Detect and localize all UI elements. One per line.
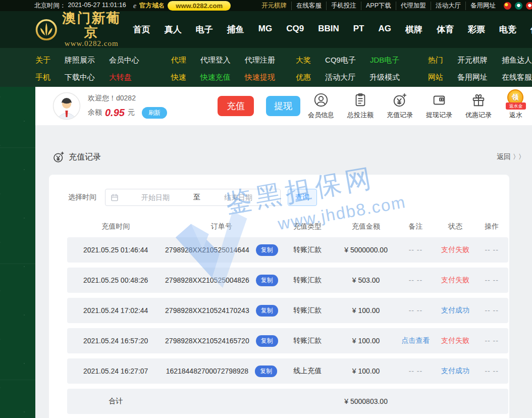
user-bar: 欢迎您！d0282 余额 0.95 元 刷新 充值 提现 会员信息 — [35, 87, 532, 125]
china-flag-icon[interactable] — [504, 2, 511, 10]
subnav-link[interactable]: 牌照展示 — [65, 55, 95, 65]
withdraw-button[interactable]: 提现 — [266, 96, 300, 116]
cell-recharge-type: 转账汇款 — [279, 336, 337, 345]
date-filter-row: 选择时间 至 查询 — [68, 189, 509, 206]
nav-link[interactable]: 真人 — [165, 24, 182, 35]
order-number: 2798928XX210525014644 — [165, 246, 249, 254]
deposit-button[interactable]: 充值 — [218, 96, 254, 116]
copy-button[interactable]: 复制 — [256, 335, 278, 347]
nav-link[interactable]: PT — [353, 24, 364, 35]
recharge-table-body: 2021.05.25 01:46:44 2798928XX21052501464… — [49, 237, 509, 384]
subnav-link[interactable]: 大转盘 — [109, 72, 132, 82]
total-amount: ¥ 5000803.00 — [336, 397, 396, 405]
end-date-input[interactable] — [201, 193, 275, 202]
topbar-link[interactable]: 开元棋牌 — [257, 2, 291, 10]
site-logo[interactable]: 澳门新葡京 www.0282.com — [35, 11, 121, 48]
cell-action: -- -- — [475, 306, 508, 315]
subnav-link[interactable]: 开元棋牌 — [457, 55, 488, 65]
topbar-link[interactable]: 在线客服 — [291, 2, 326, 10]
table-row: 2021.05.25 00:48:26 2798928XX21052500482… — [67, 268, 508, 293]
nav-link[interactable]: BBIN — [318, 24, 339, 35]
withdraw-record-link[interactable]: 提现记录 — [426, 92, 452, 120]
subnav-link[interactable]: 代理注册 — [245, 55, 275, 65]
logo-domain: www.0282.com — [62, 39, 121, 48]
deposit-record-link[interactable]: 充值记录 — [387, 92, 413, 120]
topbar-link[interactable]: 手机投注 — [326, 2, 361, 10]
main-nav: 澳门新葡京 www.0282.com 首页真人电子捕鱼MGCQ9BBINPTAG… — [0, 11, 532, 48]
back-link[interactable]: 返回 〉〉 — [497, 152, 524, 162]
topbar-link[interactable]: 代理加盟 — [396, 2, 431, 10]
cell-status: 支付失败 — [436, 245, 475, 254]
cell-recharge-amount: ¥ 5000000.00 — [336, 246, 396, 254]
topbar-link[interactable]: APP下载 — [361, 2, 396, 10]
total-bets-icon — [353, 92, 368, 108]
member-info-link[interactable]: 会员信息 — [308, 92, 334, 120]
nav-link[interactable]: 首页 — [133, 24, 150, 35]
subnav-link[interactable]: 升级模式 — [369, 72, 400, 82]
subnav-link[interactable]: 活动大厅 — [325, 72, 355, 82]
promo-record-icon — [471, 92, 486, 108]
subnav-link[interactable]: 会员中心 — [109, 55, 139, 65]
subnav-category-label: 关于 — [35, 55, 50, 65]
topbar-link[interactable]: 备用网址 — [465, 2, 500, 10]
member-icon — [313, 92, 329, 108]
nav-link[interactable]: AG — [379, 24, 392, 35]
macau-flag-icon[interactable] — [515, 2, 522, 10]
table-row: 2021.05.24 17:02:44 2798928XX21052417024… — [67, 298, 508, 323]
nav-link[interactable]: 彩票 — [468, 24, 485, 35]
copy-button[interactable]: 复制 — [255, 365, 277, 377]
rebate-coin-icon: 领 返水金 — [505, 89, 527, 108]
welcome-text: 欢迎您！d0282 — [88, 94, 167, 103]
column-header: 充值金额 — [336, 222, 396, 231]
cell-order-number: 2798928XX210524165720 复制 — [164, 335, 279, 347]
promo-record-link[interactable]: 优惠记录 — [465, 92, 492, 120]
logo-title: 澳门新葡京 — [62, 11, 121, 39]
cell-recharge-type: 线上充值 — [279, 367, 337, 376]
subnav-link[interactable]: CQ9电子 — [325, 55, 356, 65]
date-range-picker[interactable]: 至 — [105, 189, 281, 206]
subnav-link[interactable]: 快速充值 — [200, 72, 231, 82]
flag-icon-partial[interactable] — [526, 2, 532, 10]
column-header: 备注 — [396, 222, 436, 231]
subnav-category-label: 快速 — [171, 72, 186, 82]
start-date-input[interactable] — [119, 193, 192, 202]
recharge-table-header: 充值时间订单号充值类型充值金额备注状态操作 — [67, 216, 508, 237]
cell-recharge-amount: ¥ 100.00 — [336, 306, 396, 315]
recharge-record-card: 选择时间 至 查询 充值时间订单号充值类型充值金额备注状态操作 2021.05.… — [49, 175, 509, 418]
topbar-links: 开元棋牌在线客服手机投注APP下载代理加盟活动大厅备用网址 — [257, 2, 500, 10]
subnav-link[interactable]: 代理登入 — [200, 55, 231, 65]
copy-button[interactable]: 复制 — [256, 305, 278, 317]
subnav-link[interactable]: 捕鱼达人 — [502, 55, 532, 65]
official-domain-pill[interactable]: www.0282.com — [168, 1, 231, 11]
nav-link[interactable]: 棋牌 — [405, 24, 422, 35]
cell-note[interactable]: 点击查看 — [396, 336, 436, 345]
search-button[interactable]: 查询 — [288, 189, 317, 206]
rebate-link[interactable]: 领 返水金 返水 — [505, 93, 527, 120]
subnav-link[interactable]: JDB电子 — [370, 55, 399, 65]
date-to-label: 至 — [192, 193, 201, 202]
cell-order-number: 2798928XX210525014644 复制 — [164, 244, 279, 256]
order-number: 2798928XX210524165720 — [165, 337, 249, 345]
nav-link[interactable]: 电子 — [196, 24, 213, 35]
subnav-link[interactable]: 快速提现 — [245, 72, 275, 82]
copy-button[interactable]: 复制 — [256, 275, 278, 286]
topbar-link[interactable]: 活动大厅 — [431, 2, 465, 10]
deposit-record-icon — [392, 92, 407, 108]
subnav-category-label: 网站 — [428, 72, 443, 82]
nav-link[interactable]: 体育 — [437, 24, 454, 35]
subnav-link[interactable]: 下载中心 — [65, 72, 95, 82]
rebate-badge: 返水金 — [506, 102, 526, 110]
copy-button[interactable]: 复制 — [256, 244, 278, 256]
cell-order-number: 2798928XX210524170243 复制 — [164, 305, 279, 317]
refresh-balance-button[interactable]: 刷新 — [142, 107, 167, 119]
beijing-time: 北京时间： 2021-05-27 11:01:16 — [34, 2, 126, 10]
nav-link[interactable]: 捕鱼 — [227, 24, 244, 35]
subnav-link[interactable]: 在线客服 — [502, 72, 532, 82]
total-bets-link[interactable]: 总投注额 — [347, 92, 374, 120]
column-header: 充值类型 — [279, 222, 337, 231]
nav-link[interactable]: CQ9 — [286, 24, 304, 35]
nav-link[interactable]: 电竞 — [499, 24, 516, 35]
page-title: 充值记录 — [69, 152, 101, 163]
nav-link[interactable]: MG — [258, 24, 272, 35]
subnav-link[interactable]: 备用网址 — [457, 72, 488, 82]
